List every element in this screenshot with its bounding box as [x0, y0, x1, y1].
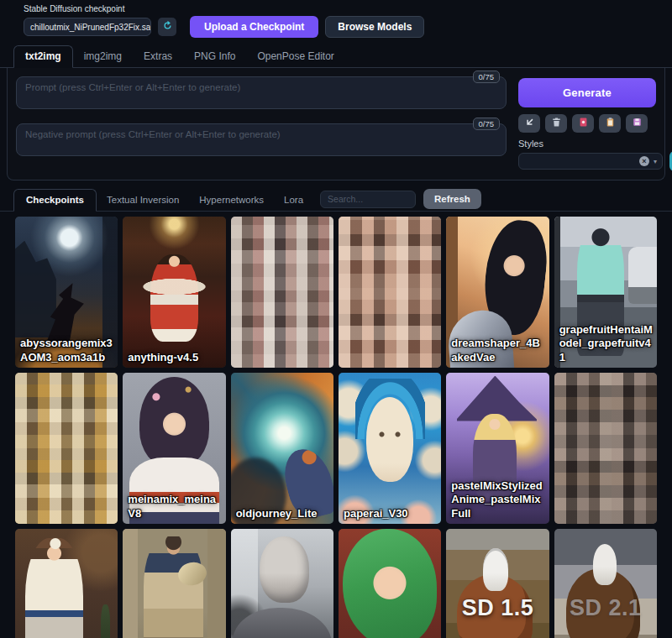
model-card-meinamix_meinaV8[interactable]: meinamix_meinaV8	[123, 373, 225, 524]
model-card-blurred-12[interactable]	[554, 373, 657, 524]
tab-txt2img[interactable]: txt2img	[13, 45, 73, 68]
model-thumbnail	[339, 373, 441, 524]
tab-textual-inversion[interactable]: Textual Inversion	[97, 190, 189, 211]
tab-extras[interactable]: Extras	[133, 46, 183, 67]
styles-select[interactable]: × ▾	[518, 153, 663, 170]
model-card-revAnimated_v11[interactable]: revAnimated_v11	[339, 529, 441, 638]
thumbnail-watermark: SD 2.1	[554, 594, 657, 620]
model-card-oldjourney_Lite[interactable]: oldjourney_Lite	[231, 373, 333, 524]
generate-button[interactable]: Generate	[518, 78, 656, 107]
upload-checkpoint-button[interactable]: Upload a Checkpoint	[190, 16, 318, 38]
model-name: abyssorangemix3AOM3_aom3a1b	[20, 337, 113, 364]
model-card-blurred-3[interactable]	[231, 217, 333, 368]
browse-models-button[interactable]: Browse Models	[325, 16, 424, 38]
refresh-icon	[162, 20, 173, 34]
model-thumbnail	[231, 529, 333, 638]
clipboard-button[interactable]	[599, 114, 621, 133]
model-thumbnail	[554, 373, 657, 524]
checkpoint-dropdown[interactable]: chilloutmix_NiPrunedFp32Fix.safeter ▾	[24, 18, 151, 36]
model-card-protogenX34Photorealism_1[interactable]: protogenX34Photorealism_1	[123, 529, 225, 638]
negative-prompt-wrap: 0/75	[16, 123, 507, 160]
tab-png-info[interactable]: PNG Info	[183, 46, 246, 67]
model-name: dreamshaper_4BakedVae	[451, 337, 544, 364]
save-style-icon	[632, 117, 643, 130]
tab-openpose-editor[interactable]: OpenPose Editor	[246, 46, 344, 67]
txt2img-panel: 0/75 0/75 Generate Styles × ▾	[7, 68, 665, 180]
model-thumbnail	[123, 529, 225, 638]
arrow-down-left-button[interactable]	[518, 114, 540, 133]
model-thumbnail	[123, 217, 225, 368]
model-card-abyssorangemix3AOM3_aom3a1b[interactable]: abyssorangemix3AOM3_aom3a1b	[15, 217, 118, 368]
refresh-models-button[interactable]: Refresh	[423, 189, 481, 209]
model-name: oldjourney_Lite	[236, 507, 329, 520]
clipboard-icon	[605, 117, 616, 130]
prompt-token-counter: 0/75	[473, 71, 501, 83]
model-thumbnail	[554, 529, 657, 638]
model-card-paperai_V30[interactable]: paperai_V30	[339, 373, 441, 524]
tab-checkpoints[interactable]: Checkpoints	[13, 189, 97, 212]
model-name: meinamix_meinaV8	[128, 493, 221, 520]
model-thumbnail	[15, 373, 118, 524]
model-card-pastelMixStylizedAnime_pastelMixFull[interactable]: pastelMixStylizedAnime_pastelMixFull	[446, 373, 549, 524]
styles-row: × ▾	[518, 151, 656, 171]
extra-networks-card-button[interactable]	[572, 114, 594, 133]
model-thumbnail	[446, 529, 549, 638]
tab-img2img[interactable]: img2img	[73, 46, 133, 67]
explorer-tabs: CheckpointsTextual InversionHypernetwork…	[13, 187, 313, 211]
thumbnail-watermark: SD 1.5	[446, 594, 549, 620]
model-name: pastelMixStylizedAnime_pastelMixFull	[451, 479, 544, 520]
tool-button-row	[518, 114, 656, 133]
save-style-button[interactable]	[626, 114, 648, 133]
header: Stable Diffusion checkpoint chilloutmix_…	[0, 0, 672, 38]
tab-hypernetworks[interactable]: Hypernetworks	[189, 190, 274, 211]
chevron-down-icon: ▾	[654, 158, 657, 165]
prompt-wrap: 0/75	[16, 76, 507, 112]
trash-icon	[551, 117, 562, 130]
tab-lora[interactable]: Lora	[274, 190, 313, 211]
trash-button[interactable]	[545, 114, 567, 133]
extra-networks-card-icon	[578, 117, 589, 130]
model-card-v1-5-pruned-emaonly[interactable]: SD 1.5 v1-5-pruned-emaonly	[446, 529, 549, 638]
model-card-protogenV22Anime_22[interactable]: protogenV22Anime_22	[15, 529, 118, 638]
checkpoint-label: Stable Diffusion checkpoint	[24, 4, 672, 13]
prompt-column: 0/75 0/75	[16, 76, 507, 171]
negative-token-counter: 0/75	[473, 118, 501, 130]
styles-label: Styles	[518, 139, 656, 149]
header-row: chilloutmix_NiPrunedFp32Fix.safeter ▾ Up…	[24, 16, 672, 38]
styles-input[interactable]	[524, 157, 635, 166]
model-name: anything-v4.5	[128, 351, 221, 364]
main-tabs: txt2imgimg2imgExtrasPNG InfoOpenPose Edi…	[0, 45, 672, 68]
checkpoint-value: chilloutmix_NiPrunedFp32Fix.safeter	[30, 23, 151, 32]
refresh-checkpoints-button[interactable]	[158, 18, 176, 36]
model-card-anything-v4.5[interactable]: anything-v4.5	[123, 217, 225, 368]
model-thumbnail	[231, 373, 333, 524]
negative-prompt-input[interactable]	[16, 123, 507, 156]
model-card-grapefruitHentaiModel_grapefruitv41[interactable]: grapefruitHentaiModel_grapefruitv41	[554, 217, 657, 368]
model-card-dreamshaper_4BakedVae[interactable]: dreamshaper_4BakedVae	[446, 217, 549, 368]
clear-styles-icon[interactable]: ×	[639, 156, 649, 166]
model-thumbnail	[339, 217, 441, 368]
model-card-blurred-7[interactable]	[15, 373, 118, 524]
model-card-blurred-4[interactable]	[339, 217, 441, 368]
model-card-realisticVisionV13_v13[interactable]: realisticVisionV13_v13	[231, 529, 333, 638]
model-thumbnail	[15, 529, 118, 638]
model-name: grapefruitHentaiModel_grapefruitv41	[559, 323, 653, 364]
model-search-input[interactable]	[320, 191, 416, 208]
arrow-down-left-icon	[524, 117, 535, 130]
prompt-input[interactable]	[16, 76, 507, 109]
generate-column: Generate Styles × ▾	[518, 76, 656, 171]
model-card-grid: abyssorangemix3AOM3_aom3a1b anything-v4.…	[15, 217, 657, 638]
model-name: paperai_V30	[344, 507, 437, 520]
extra-networks-bar: CheckpointsTextual InversionHypernetwork…	[0, 187, 672, 212]
model-thumbnail	[339, 529, 441, 638]
model-card-v2-1_768-ema-pruned[interactable]: SD 2.1 v2-1_768-ema-pruned	[554, 529, 657, 638]
model-thumbnail	[231, 217, 333, 368]
